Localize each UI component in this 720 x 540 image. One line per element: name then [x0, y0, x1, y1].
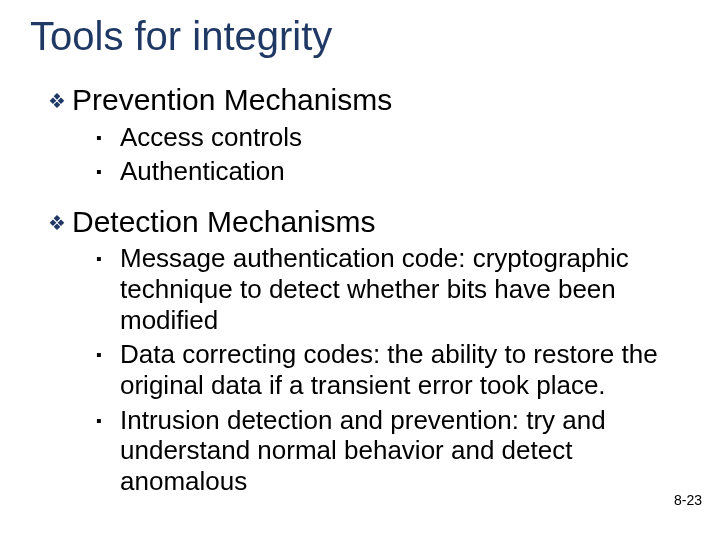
square-icon: ▪ — [96, 243, 120, 267]
heading-text: Prevention Mechanisms — [72, 83, 392, 118]
list-item: ▪ Message authentication code: cryptogra… — [0, 243, 720, 335]
square-icon: ▪ — [96, 339, 120, 363]
item-text: Message authentication code: cryptograph… — [120, 243, 664, 335]
square-icon: ▪ — [96, 122, 120, 146]
section-heading: ❖ Detection Mechanisms — [0, 205, 720, 240]
slide: Tools for integrity ❖ Prevention Mechani… — [0, 0, 720, 540]
list-item: ▪ Data correcting codes: the ability to … — [0, 339, 720, 400]
item-text: Access controls — [120, 122, 302, 153]
item-text: Authentication — [120, 156, 285, 187]
diamond-icon: ❖ — [48, 83, 72, 111]
heading-text: Detection Mechanisms — [72, 205, 375, 240]
slide-title: Tools for integrity — [0, 14, 720, 59]
slide-content: ❖ Prevention Mechanisms ▪ Access control… — [0, 59, 720, 497]
slide-number: 8-23 — [674, 492, 702, 508]
list-item: ▪ Authentication — [0, 156, 720, 187]
item-text: Data correcting codes: the ability to re… — [120, 339, 664, 400]
diamond-icon: ❖ — [48, 205, 72, 233]
item-text: Intrusion detection and prevention: try … — [120, 405, 664, 497]
section-heading: ❖ Prevention Mechanisms — [0, 83, 720, 118]
square-icon: ▪ — [96, 405, 120, 429]
square-icon: ▪ — [96, 156, 120, 180]
list-item: ▪ Access controls — [0, 122, 720, 153]
list-item: ▪ Intrusion detection and prevention: tr… — [0, 405, 720, 497]
